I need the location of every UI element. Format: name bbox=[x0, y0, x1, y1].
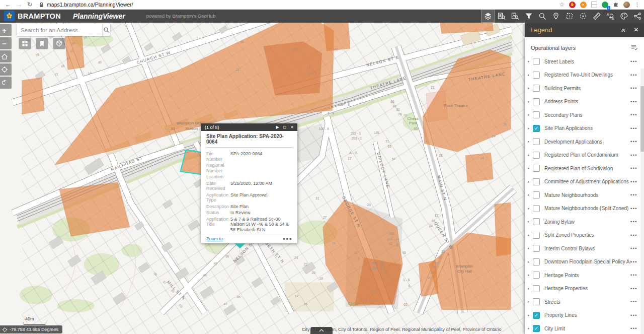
expand-caret-icon[interactable]: ▸ bbox=[528, 220, 533, 224]
measurement-button[interactable] bbox=[590, 9, 603, 23]
layer-checkbox[interactable] bbox=[533, 285, 540, 292]
legend-layer-row[interactable]: ▸Registered Plan of Condominium••• bbox=[525, 149, 644, 162]
url-text[interactable]: maps1.brampton.ca/PlanningViewer/ bbox=[47, 2, 133, 8]
forward-icon[interactable]: → bbox=[16, 0, 22, 9]
expand-caret-icon[interactable]: ▸ bbox=[528, 207, 533, 211]
expand-caret-icon[interactable]: ▸ bbox=[528, 100, 533, 104]
zoom-in-button[interactable]: + bbox=[0, 24, 12, 36]
popup-actions-icon[interactable]: ●●● bbox=[283, 236, 292, 241]
layer-checkbox[interactable] bbox=[533, 138, 540, 145]
layer-menu-icon[interactable]: ••• bbox=[630, 233, 637, 238]
layer-checkbox[interactable] bbox=[533, 72, 540, 79]
legend-scrollbar[interactable] bbox=[640, 69, 644, 334]
bookmark-star-icon[interactable]: ☆ bbox=[559, 1, 565, 8]
profile-avatar[interactable] bbox=[623, 2, 630, 8]
expand-caret-icon[interactable]: ▸ bbox=[528, 287, 533, 291]
search-input[interactable] bbox=[17, 24, 102, 36]
popup-next-icon[interactable]: ▶ bbox=[276, 125, 279, 129]
layer-menu-icon[interactable]: ••• bbox=[630, 179, 637, 184]
legend-layer-row[interactable]: ▸Streets••• bbox=[525, 295, 644, 309]
legend-layer-row[interactable]: ▸Zoning Bylaw••• bbox=[525, 215, 644, 229]
popup-close-icon[interactable]: ✕ bbox=[290, 125, 294, 129]
vpn-extension-icon[interactable]: 1 bbox=[602, 2, 608, 8]
legend-layer-row[interactable]: ▸Registered Plan of Subdivision••• bbox=[525, 162, 644, 175]
basemap-gallery-button[interactable] bbox=[19, 38, 31, 49]
layer-checkbox[interactable] bbox=[533, 245, 540, 252]
layer-checkbox[interactable] bbox=[533, 205, 540, 212]
layer-checkbox[interactable] bbox=[533, 152, 540, 159]
legend-layer-row[interactable]: ▸Address Points••• bbox=[525, 95, 644, 109]
draw-button[interactable] bbox=[617, 9, 630, 23]
reload-icon[interactable]: ↻ bbox=[27, 0, 32, 9]
expand-caret-icon[interactable]: ▸ bbox=[528, 246, 533, 250]
expand-caret-icon[interactable]: ▸ bbox=[528, 326, 533, 330]
bookmark-button[interactable] bbox=[36, 38, 48, 49]
notes-extension-icon[interactable] bbox=[591, 1, 597, 8]
layer-menu-icon[interactable]: ••• bbox=[630, 286, 637, 291]
expand-caret-icon[interactable]: ▸ bbox=[528, 180, 533, 184]
legend-layer-row[interactable]: ▸Downtown Floodplain Special Policy Area… bbox=[525, 255, 644, 269]
layer-menu-icon[interactable]: ••• bbox=[630, 326, 637, 331]
back-icon[interactable]: ← bbox=[5, 0, 11, 9]
layer-checkbox[interactable] bbox=[533, 111, 540, 118]
layer-checkbox[interactable] bbox=[533, 165, 540, 172]
legend-layer-row[interactable]: ▸Split Zoned Properties••• bbox=[525, 229, 644, 242]
expand-caret-icon[interactable]: ▸ bbox=[528, 126, 533, 130]
layer-checkbox[interactable] bbox=[533, 58, 540, 65]
layer-options-icon[interactable] bbox=[630, 44, 638, 52]
popup-header[interactable]: (1 of 8) ▶ ◻ ✕ bbox=[201, 123, 297, 131]
expand-caret-icon[interactable]: ▸ bbox=[528, 193, 533, 197]
layer-menu-icon[interactable]: ••• bbox=[630, 259, 637, 264]
layer-checkbox[interactable]: ✓ bbox=[533, 312, 540, 319]
zoom-to-link[interactable]: Zoom to bbox=[206, 236, 223, 241]
query-spatial-button[interactable] bbox=[508, 9, 522, 23]
expand-caret-icon[interactable]: ▸ bbox=[528, 140, 533, 144]
legend-layer-row[interactable]: ▸Mature Neighbourhoods (Split Zoned)••• bbox=[525, 202, 644, 216]
layer-menu-icon[interactable]: ••• bbox=[630, 153, 637, 158]
legend-layer-row[interactable]: ▸Street Labels••• bbox=[525, 55, 644, 69]
coordinate-widget[interactable]: -79.758 43.685 Degrees bbox=[0, 325, 62, 333]
extensions-puzzle-icon[interactable] bbox=[613, 1, 619, 8]
legend-layer-row[interactable]: ▸Mature Neighbourhoods••• bbox=[525, 188, 644, 202]
layer-menu-icon[interactable]: ••• bbox=[630, 86, 637, 91]
expand-caret-icon[interactable]: ▸ bbox=[528, 59, 533, 63]
layer-menu-icon[interactable]: ••• bbox=[630, 206, 637, 211]
legend-layer-row[interactable]: ▸Secondary Plans••• bbox=[525, 108, 644, 122]
layer-menu-icon[interactable]: ••• bbox=[630, 313, 637, 318]
layer-checkbox[interactable] bbox=[533, 272, 540, 279]
share-button[interactable] bbox=[630, 9, 644, 23]
layer-menu-icon[interactable]: ••• bbox=[630, 99, 637, 104]
layer-menu-icon[interactable]: ••• bbox=[630, 273, 637, 278]
expand-caret-icon[interactable]: ▸ bbox=[528, 233, 533, 237]
attribution-expand-tab[interactable] bbox=[310, 327, 333, 334]
layer-checkbox[interactable] bbox=[533, 232, 540, 239]
legend-layer-row[interactable]: ▸✓City Limit••• bbox=[525, 322, 644, 334]
layer-checkbox[interactable] bbox=[533, 98, 540, 105]
expand-caret-icon[interactable]: ▸ bbox=[528, 73, 533, 77]
layer-checkbox[interactable] bbox=[533, 178, 540, 185]
expand-caret-icon[interactable]: ▸ bbox=[528, 86, 533, 90]
screenshot-extension-icon[interactable]: ▸ bbox=[580, 2, 587, 8]
layer-checkbox[interactable] bbox=[533, 258, 540, 265]
browser-menu-icon[interactable]: ⋮ bbox=[634, 2, 640, 8]
layer-menu-icon[interactable]: ••• bbox=[630, 112, 637, 117]
expand-caret-icon[interactable]: ▸ bbox=[528, 113, 533, 117]
home-extent-button[interactable] bbox=[0, 50, 12, 62]
layer-menu-icon[interactable]: ••• bbox=[630, 139, 637, 144]
layer-list-button[interactable] bbox=[481, 9, 495, 23]
layer-checkbox[interactable]: ✓ bbox=[533, 125, 540, 132]
legend-layer-row[interactable]: ▸Committee of Adjustment Applications••• bbox=[525, 175, 644, 189]
expand-caret-icon[interactable]: ▸ bbox=[528, 313, 533, 317]
expand-caret-icon[interactable]: ▸ bbox=[528, 273, 533, 277]
directions-button[interactable]: AB bbox=[603, 9, 617, 23]
legend-layer-row[interactable]: ▸✓Property Lines••• bbox=[525, 309, 644, 322]
layer-checkbox[interactable] bbox=[533, 298, 540, 305]
near-me-button[interactable] bbox=[549, 9, 562, 23]
legend-header[interactable]: Legend ✕ bbox=[525, 23, 644, 37]
expand-caret-icon[interactable]: ▸ bbox=[528, 300, 533, 304]
legend-layer-row[interactable]: ▸Heritage Points••• bbox=[525, 269, 644, 282]
search-tool-button[interactable] bbox=[535, 9, 549, 23]
expand-caret-icon[interactable]: ▸ bbox=[528, 166, 533, 170]
layer-menu-icon[interactable]: ••• bbox=[630, 126, 637, 131]
search-icon[interactable] bbox=[102, 24, 110, 36]
